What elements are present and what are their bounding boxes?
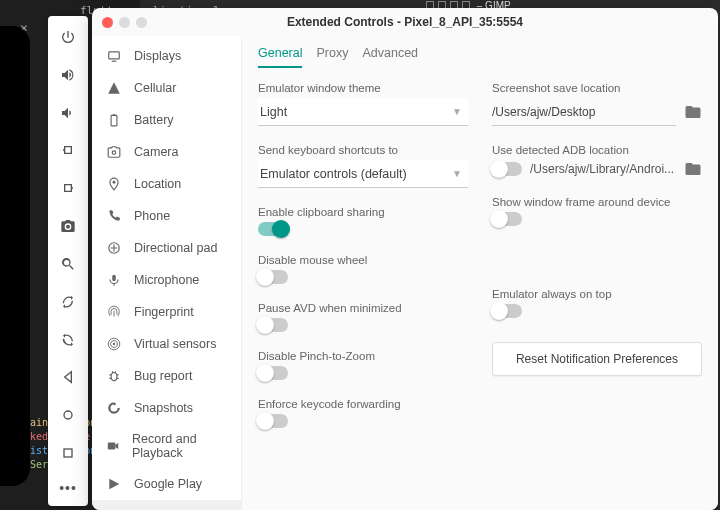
record-icon xyxy=(106,438,120,454)
bug-icon xyxy=(106,368,122,384)
shortcuts-select[interactable]: Emulator controls (default)▼ xyxy=(258,160,468,188)
frame-toggle[interactable] xyxy=(492,212,522,226)
sidebar-item-label: Bug report xyxy=(134,369,192,383)
reset-notifications-button[interactable]: Reset Notification Preferences xyxy=(492,342,702,376)
sidebar-item-fingerprint[interactable]: Fingerprint xyxy=(92,296,241,328)
sidebar-item-directional-pad[interactable]: Directional pad xyxy=(92,232,241,264)
sidebar-item-label: Battery xyxy=(134,113,174,127)
sidebar-item-battery[interactable]: Battery xyxy=(92,104,241,136)
svg-rect-2 xyxy=(109,52,120,59)
theme-label: Emulator window theme xyxy=(258,82,468,94)
sidebar-item-label: Cellular xyxy=(134,81,176,95)
tabs: GeneralProxyAdvanced xyxy=(242,36,718,68)
overview-icon[interactable] xyxy=(57,442,79,464)
svg-point-5 xyxy=(112,151,116,155)
sidebar-item-location[interactable]: Location xyxy=(92,168,241,200)
mouse-toggle[interactable] xyxy=(258,270,288,284)
svg-rect-13 xyxy=(108,443,116,450)
sidebar-item-settings[interactable]: Settings xyxy=(92,500,241,510)
home-icon[interactable] xyxy=(57,404,79,426)
sidebar-item-microphone[interactable]: Microphone xyxy=(92,264,241,296)
extended-controls-window: Extended Controls - Pixel_8_API_35:5554 … xyxy=(92,8,718,510)
sidebar-item-cellular[interactable]: Cellular xyxy=(92,72,241,104)
sidebar-item-google-play[interactable]: Google Play xyxy=(92,468,241,500)
screenshot-path: /Users/ajw/Desktop xyxy=(492,98,676,126)
phone-icon xyxy=(106,208,122,224)
pinch-label: Disable Pinch-to-Zoom xyxy=(258,350,468,362)
sidebar-item-label: Record and Playback xyxy=(132,432,227,460)
tab-advanced[interactable]: Advanced xyxy=(362,46,418,68)
adb-path: /Users/ajw/Library/Androi... xyxy=(530,162,676,176)
camera-icon[interactable] xyxy=(57,215,79,237)
svg-point-0 xyxy=(64,411,72,419)
dpad-icon xyxy=(106,240,122,256)
power-icon[interactable] xyxy=(57,26,79,48)
sidebar-item-label: Directional pad xyxy=(134,241,217,255)
clipboard-toggle[interactable] xyxy=(258,222,288,236)
sidebar-item-phone[interactable]: Phone xyxy=(92,200,241,232)
sidebar: DisplaysCellularBatteryCameraLocationPho… xyxy=(92,36,242,510)
clipboard-label: Enable clipboard sharing xyxy=(258,206,468,218)
rotate-left-icon[interactable] xyxy=(57,139,79,161)
screen-rotate-icon[interactable] xyxy=(57,291,79,313)
emulator-toolbar: ••• xyxy=(48,16,88,506)
more-icon[interactable]: ••• xyxy=(59,480,77,496)
chevron-down-icon: ▼ xyxy=(452,106,462,117)
sidebar-item-displays[interactable]: Displays xyxy=(92,40,241,72)
content: GeneralProxyAdvanced Emulator window the… xyxy=(242,36,718,510)
pinch-toggle[interactable] xyxy=(258,366,288,380)
camera-icon xyxy=(106,144,122,160)
tab-proxy[interactable]: Proxy xyxy=(316,46,348,68)
settings-right-column: Screenshot save location /Users/ajw/Desk… xyxy=(492,82,702,496)
pause-toggle[interactable] xyxy=(258,318,288,332)
fingerprint-icon xyxy=(106,304,122,320)
screenshot-label: Screenshot save location xyxy=(492,82,702,94)
window-close-button[interactable] xyxy=(102,17,113,28)
sidebar-item-camera[interactable]: Camera xyxy=(92,136,241,168)
mouse-label: Disable mouse wheel xyxy=(258,254,468,266)
ontop-toggle[interactable] xyxy=(492,304,522,318)
background-phone-frame xyxy=(0,26,30,486)
adb-label: Use detected ADB location xyxy=(492,144,702,156)
sidebar-item-label: Google Play xyxy=(134,477,202,491)
tab-general[interactable]: General xyxy=(258,46,302,68)
settings-left-column: Emulator window theme Light▼ Send keyboa… xyxy=(258,82,468,496)
pause-label: Pause AVD when minimized xyxy=(258,302,468,314)
volume-down-icon[interactable] xyxy=(57,102,79,124)
folder-icon[interactable] xyxy=(684,103,702,121)
svg-rect-4 xyxy=(113,114,115,115)
sidebar-item-label: Microphone xyxy=(134,273,199,287)
sidebar-item-label: Camera xyxy=(134,145,178,159)
rotate-right-icon[interactable] xyxy=(57,177,79,199)
adb-toggle[interactable] xyxy=(492,162,522,176)
back-icon[interactable] xyxy=(57,366,79,388)
settings-pane: Emulator window theme Light▼ Send keyboa… xyxy=(242,68,718,510)
sidebar-item-record-and-playback[interactable]: Record and Playback xyxy=(92,424,241,468)
zoom-icon[interactable] xyxy=(57,253,79,275)
svg-rect-1 xyxy=(64,449,72,457)
screen-rotate2-icon[interactable] xyxy=(57,329,79,351)
window-zoom-button[interactable] xyxy=(136,17,147,28)
window-title: Extended Controls - Pixel_8_API_35:5554 xyxy=(92,15,718,29)
volume-up-icon[interactable] xyxy=(57,64,79,86)
sidebar-item-bug-report[interactable]: Bug report xyxy=(92,360,241,392)
location-icon xyxy=(106,176,122,192)
svg-point-9 xyxy=(113,343,115,345)
window-minimize-button[interactable] xyxy=(119,17,130,28)
battery-icon xyxy=(106,112,122,128)
keycode-toggle[interactable] xyxy=(258,414,288,428)
svg-rect-8 xyxy=(112,275,116,281)
folder-icon[interactable] xyxy=(684,160,702,178)
svg-point-12 xyxy=(111,373,117,381)
play-icon xyxy=(106,476,122,492)
sidebar-item-snapshots[interactable]: Snapshots xyxy=(92,392,241,424)
snapshots-icon xyxy=(106,400,122,416)
mic-icon xyxy=(106,272,122,288)
sidebar-item-virtual-sensors[interactable]: Virtual sensors xyxy=(92,328,241,360)
sidebar-item-label: Virtual sensors xyxy=(134,337,216,351)
titlebar: Extended Controls - Pixel_8_API_35:5554 xyxy=(92,8,718,36)
keycode-label: Enforce keycode forwarding xyxy=(258,398,468,410)
sidebar-item-label: Snapshots xyxy=(134,401,193,415)
theme-select[interactable]: Light▼ xyxy=(258,98,468,126)
sidebar-item-label: Fingerprint xyxy=(134,305,194,319)
